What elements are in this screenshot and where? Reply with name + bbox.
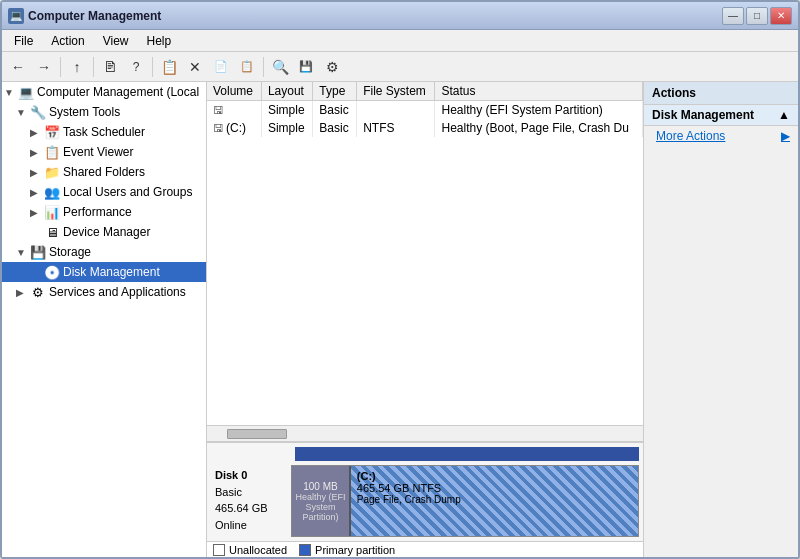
up-button[interactable]: ↑	[65, 55, 89, 79]
task-scheduler-icon: 📅	[44, 124, 60, 140]
disk-header-bar	[295, 447, 639, 461]
action-section-header[interactable]: Disk Management ▲	[644, 105, 798, 126]
tree-item-performance[interactable]: ▶ 📊 Performance	[2, 202, 206, 222]
menu-help[interactable]: Help	[139, 32, 180, 50]
disk-size: 465.64 GB	[215, 500, 287, 517]
horizontal-scrollbar[interactable]	[207, 425, 643, 441]
root-expand-icon: ▼	[4, 87, 18, 98]
properties-button[interactable]: 📄	[209, 55, 233, 79]
shared-folders-expand-icon: ▶	[30, 167, 44, 178]
action-section-arrow: ▲	[778, 108, 790, 122]
services-expand-icon: ▶	[16, 287, 30, 298]
more-actions-arrow: ▶	[781, 129, 790, 143]
tree-item-task-scheduler[interactable]: ▶ 📅 Task Scheduler	[2, 122, 206, 142]
actions-header: Actions	[644, 82, 798, 105]
row1-filesystem	[357, 101, 435, 120]
primary-label: Primary partition	[315, 544, 395, 556]
c-status: Page File, Crash Dump	[357, 494, 632, 505]
menu-view[interactable]: View	[95, 32, 137, 50]
maximize-button[interactable]: □	[746, 7, 768, 25]
tree-item-device-manager[interactable]: ▶ 🖥 Device Manager	[2, 222, 206, 242]
disk-table: Volume Layout Type File System Status 🖫	[207, 82, 643, 137]
minimize-button[interactable]: —	[722, 7, 744, 25]
storage-expand-icon: ▼	[16, 247, 30, 258]
disk-row: Disk 0 Basic 465.64 GB Online 100 MB Hea…	[207, 461, 643, 541]
system-tools-expand-icon: ▼	[16, 107, 30, 118]
tree-item-disk-management[interactable]: ▶ 💿 Disk Management	[2, 262, 206, 282]
shared-folders-label: Shared Folders	[63, 165, 145, 179]
more-actions-item[interactable]: More Actions ▶	[644, 126, 798, 146]
more-actions-label: More Actions	[656, 129, 725, 143]
table-row[interactable]: 🖫 (C:) Simple Basic NTFS Healthy (Boot, …	[207, 119, 643, 137]
search-button[interactable]: 🔍	[268, 55, 292, 79]
partition-efi[interactable]: 100 MB Healthy (EFI System Partition)	[292, 466, 351, 536]
disk-type: Basic	[215, 484, 287, 501]
back-button[interactable]: ←	[6, 55, 30, 79]
tree-item-local-users[interactable]: ▶ 👥 Local Users and Groups	[2, 182, 206, 202]
task-scheduler-expand-icon: ▶	[30, 127, 44, 138]
performance-label: Performance	[63, 205, 132, 219]
device-manager-icon: 🖥	[44, 224, 60, 240]
delete-button[interactable]: ✕	[183, 55, 207, 79]
toolbar-sep-3	[152, 57, 153, 77]
event-viewer-expand-icon: ▶	[30, 147, 44, 158]
partition-c[interactable]: (C:) 465.54 GB NTFS Page File, Crash Dum…	[351, 466, 638, 536]
help2-button[interactable]: 📋	[235, 55, 259, 79]
storage-icon: 💾	[30, 244, 46, 260]
col-type[interactable]: Type	[313, 82, 357, 101]
tree-root[interactable]: ▼ 💻 Computer Management (Local	[2, 82, 206, 102]
root-icon: 💻	[18, 84, 34, 100]
tree-item-services[interactable]: ▶ ⚙ Services and Applications	[2, 282, 206, 302]
close-button[interactable]: ✕	[770, 7, 792, 25]
tree-item-event-viewer[interactable]: ▶ 📋 Event Viewer	[2, 142, 206, 162]
title-bar-left: 💻 Computer Management	[8, 8, 161, 24]
export-button[interactable]: 💾	[294, 55, 318, 79]
menu-bar: File Action View Help	[2, 30, 798, 52]
table-scroll-area[interactable]	[207, 137, 643, 425]
col-layout[interactable]: Layout	[261, 82, 312, 101]
row2-status: Healthy (Boot, Page File, Crash Du	[435, 119, 643, 137]
col-volume[interactable]: Volume	[207, 82, 261, 101]
settings-button[interactable]: ⚙	[320, 55, 344, 79]
tree-item-shared-folders[interactable]: ▶ 📁 Shared Folders	[2, 162, 206, 182]
col-filesystem[interactable]: File System	[357, 82, 435, 101]
primary-box	[299, 544, 311, 556]
row2-filesystem: NTFS	[357, 119, 435, 137]
task-scheduler-label: Task Scheduler	[63, 125, 145, 139]
row1-type: Basic	[313, 101, 357, 120]
disk-management-label: Disk Management	[63, 265, 160, 279]
menu-file[interactable]: File	[6, 32, 41, 50]
menu-action[interactable]: Action	[43, 32, 92, 50]
scrollbar-thumb[interactable]	[227, 429, 287, 439]
window-title: Computer Management	[28, 9, 161, 23]
action-section-label: Disk Management	[652, 108, 754, 122]
disk-info: Disk 0 Basic 465.64 GB Online	[211, 465, 291, 537]
toolbar-sep-1	[60, 57, 61, 77]
event-viewer-label: Event Viewer	[63, 145, 133, 159]
efi-status: Healthy (EFI System Partition)	[294, 492, 347, 522]
tree-item-system-tools[interactable]: ▼ 🔧 System Tools	[2, 102, 206, 122]
show-hide-button[interactable]: 🖹	[98, 55, 122, 79]
row2-type: Basic	[313, 119, 357, 137]
table-row[interactable]: 🖫 Simple Basic Healthy (EFI System Parti…	[207, 101, 643, 120]
event-viewer-icon: 📋	[44, 144, 60, 160]
center-panel: Volume Layout Type File System Status 🖫	[207, 82, 643, 557]
new-window-button[interactable]: 📋	[157, 55, 181, 79]
c-label: (C:)	[357, 470, 632, 482]
unallocated-box	[213, 544, 225, 556]
efi-size: 100 MB	[303, 481, 337, 492]
legend-primary: Primary partition	[299, 544, 395, 556]
forward-button[interactable]: →	[32, 55, 56, 79]
col-status[interactable]: Status	[435, 82, 643, 101]
disk-footer: Unallocated Primary partition	[207, 541, 643, 557]
toolbar-sep-2	[93, 57, 94, 77]
tree-item-storage[interactable]: ▼ 💾 Storage	[2, 242, 206, 262]
window-icon: 💻	[8, 8, 24, 24]
row1-volume: 🖫	[207, 101, 261, 120]
help-button[interactable]: ?	[124, 55, 148, 79]
right-panel: Actions Disk Management ▲ More Actions ▶	[643, 82, 798, 557]
local-users-label: Local Users and Groups	[63, 185, 192, 199]
c-size: 465.54 GB NTFS	[357, 482, 632, 494]
title-bar: 💻 Computer Management — □ ✕	[2, 2, 798, 30]
unallocated-label: Unallocated	[229, 544, 287, 556]
